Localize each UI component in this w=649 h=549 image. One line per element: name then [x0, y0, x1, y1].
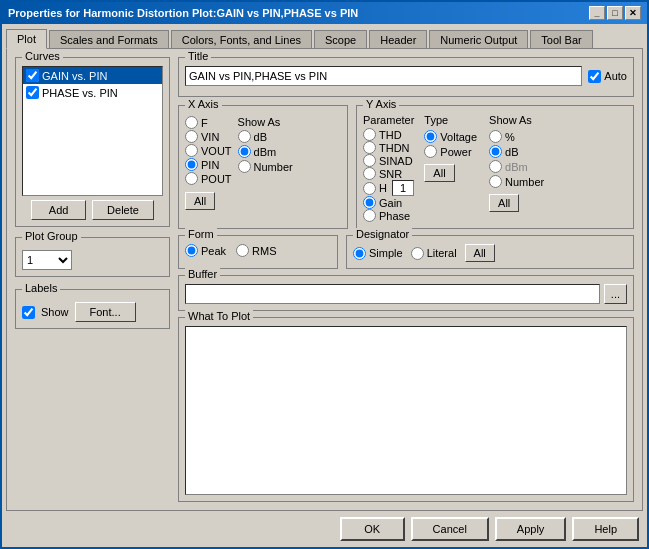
- ok-button[interactable]: OK: [340, 517, 405, 541]
- right-panel: Title Auto X Axis: [178, 57, 634, 502]
- auto-label: Auto: [604, 70, 627, 82]
- xaxis-label: X Axis: [185, 98, 222, 110]
- designator-simple[interactable]: Simple: [353, 247, 403, 260]
- buffer-group: Buffer ...: [178, 275, 634, 311]
- tab-colors[interactable]: Colors, Fonts, and Lines: [171, 30, 312, 50]
- plot-group-select[interactable]: 1 2 3: [22, 250, 72, 270]
- title-bar-buttons: _ □ ✕: [589, 6, 641, 20]
- labels-content: Show Font...: [22, 302, 163, 322]
- auto-checkbox[interactable]: [588, 70, 601, 83]
- form-designator-row: Form Peak RMS: [178, 235, 634, 269]
- help-button[interactable]: Help: [572, 517, 639, 541]
- show-number[interactable]: Number: [489, 175, 544, 188]
- param-h[interactable]: H: [363, 180, 414, 196]
- designator-all-button[interactable]: All: [465, 244, 495, 262]
- xaxis-show-as-label: Show As: [238, 116, 293, 128]
- curve-item-0[interactable]: GAIN vs. PIN: [23, 67, 162, 84]
- title-bar: Properties for Harmonic Distortion Plot:…: [2, 2, 647, 24]
- show-checkbox[interactable]: [22, 306, 35, 319]
- title-group: Title Auto: [178, 57, 634, 97]
- param-gain[interactable]: Gain: [363, 196, 414, 209]
- h-value-input[interactable]: [392, 180, 414, 196]
- curve-label-1: PHASE vs. PIN: [42, 87, 118, 99]
- form-rms[interactable]: RMS: [236, 244, 276, 257]
- yaxis-show-as-label: Show As: [489, 114, 544, 126]
- yaxis-group: Y Axis Parameter THD THDN SINAD SNR: [356, 105, 634, 229]
- cancel-button[interactable]: Cancel: [411, 517, 489, 541]
- left-panel: Curves GAIN vs. PIN PHASE vs. PIN: [15, 57, 170, 502]
- show-percent[interactable]: %: [489, 130, 544, 143]
- plot-group-content: 1 2 3: [22, 250, 163, 270]
- curve-check-0[interactable]: [26, 69, 39, 82]
- what-to-plot-label: What To Plot: [185, 310, 253, 322]
- maximize-button[interactable]: □: [607, 6, 623, 20]
- xaxis-dbm-option[interactable]: dBm: [238, 145, 293, 158]
- designator-literal[interactable]: Literal: [411, 247, 457, 260]
- main-window: Properties for Harmonic Distortion Plot:…: [0, 0, 649, 549]
- axes-row: X Axis F VIN: [178, 105, 634, 229]
- show-db[interactable]: dB: [489, 145, 544, 158]
- labels-box: Labels Show Font...: [15, 289, 170, 329]
- apply-button[interactable]: Apply: [495, 517, 567, 541]
- tab-plot[interactable]: Plot: [6, 29, 47, 49]
- param-sinad[interactable]: SINAD: [363, 154, 414, 167]
- main-panel: Curves GAIN vs. PIN PHASE vs. PIN: [6, 48, 643, 511]
- curve-label-0: GAIN vs. PIN: [42, 70, 107, 82]
- yaxis-type-col: Type Voltage Power All: [424, 114, 477, 222]
- xaxis-number-option[interactable]: Number: [238, 160, 293, 173]
- labels-label: Labels: [22, 282, 60, 294]
- type-voltage[interactable]: Voltage: [424, 130, 477, 143]
- param-thd[interactable]: THD: [363, 128, 414, 141]
- form-group: Form Peak RMS: [178, 235, 338, 269]
- buffer-label: Buffer: [185, 268, 220, 280]
- yaxis-all-button[interactable]: All: [489, 194, 519, 212]
- form-peak[interactable]: Peak: [185, 244, 226, 257]
- xaxis-vin-option[interactable]: VIN: [185, 130, 232, 143]
- what-to-plot-group: What To Plot: [178, 317, 634, 502]
- tab-numeric[interactable]: Numeric Output: [429, 30, 528, 50]
- curve-item-1[interactable]: PHASE vs. PIN: [23, 84, 162, 101]
- xaxis-vout-option[interactable]: VOUT: [185, 144, 232, 157]
- param-snr[interactable]: SNR: [363, 167, 414, 180]
- yaxis-label: Y Axis: [363, 98, 399, 110]
- designator-label: Designator: [353, 228, 412, 240]
- close-button[interactable]: ✕: [625, 6, 641, 20]
- font-button[interactable]: Font...: [75, 302, 136, 322]
- parameter-label: Parameter: [363, 114, 414, 126]
- what-to-plot-content: [185, 326, 627, 495]
- minimize-button[interactable]: _: [589, 6, 605, 20]
- tab-toolbar[interactable]: Tool Bar: [530, 30, 592, 50]
- title-input[interactable]: [185, 66, 582, 86]
- curves-list-box[interactable]: GAIN vs. PIN PHASE vs. PIN: [22, 66, 163, 196]
- add-button[interactable]: Add: [31, 200, 86, 220]
- xaxis-group: X Axis F VIN: [178, 105, 348, 229]
- xaxis-pin-option[interactable]: PIN: [185, 158, 232, 171]
- xaxis-db-option[interactable]: dB: [238, 130, 293, 143]
- bottom-bar: OK Cancel Apply Help: [6, 511, 643, 543]
- tab-scales[interactable]: Scales and Formats: [49, 30, 169, 50]
- browse-button[interactable]: ...: [604, 284, 627, 304]
- yaxis-parameter-col: Parameter THD THDN SINAD SNR H: [363, 114, 414, 222]
- type-all-button[interactable]: All: [424, 164, 454, 182]
- curve-check-1[interactable]: [26, 86, 39, 99]
- designator-group: Designator Simple Literal All: [346, 235, 634, 269]
- plot-group-box: Plot Group 1 2 3: [15, 237, 170, 277]
- type-power[interactable]: Power: [424, 145, 477, 158]
- content-area: Curves GAIN vs. PIN PHASE vs. PIN: [15, 57, 634, 502]
- buffer-input[interactable]: [185, 284, 600, 304]
- yaxis-show-as-col: Show As % dB dBm Number All: [489, 114, 544, 222]
- curves-group: Curves GAIN vs. PIN PHASE vs. PIN: [15, 57, 170, 227]
- param-thdn[interactable]: THDN: [363, 141, 414, 154]
- curves-btn-row: Add Delete: [22, 200, 163, 220]
- param-phase[interactable]: Phase: [363, 209, 414, 222]
- curves-label: Curves: [22, 50, 63, 62]
- show-dbm[interactable]: dBm: [489, 160, 544, 173]
- auto-check-area: Auto: [588, 70, 627, 83]
- delete-button[interactable]: Delete: [92, 200, 154, 220]
- tab-bar: Plot Scales and Formats Colors, Fonts, a…: [6, 28, 643, 48]
- tab-header[interactable]: Header: [369, 30, 427, 50]
- xaxis-pout-option[interactable]: POUT: [185, 172, 232, 185]
- xaxis-all-button[interactable]: All: [185, 192, 215, 210]
- tab-scope[interactable]: Scope: [314, 30, 367, 50]
- xaxis-f-option[interactable]: F: [185, 116, 232, 129]
